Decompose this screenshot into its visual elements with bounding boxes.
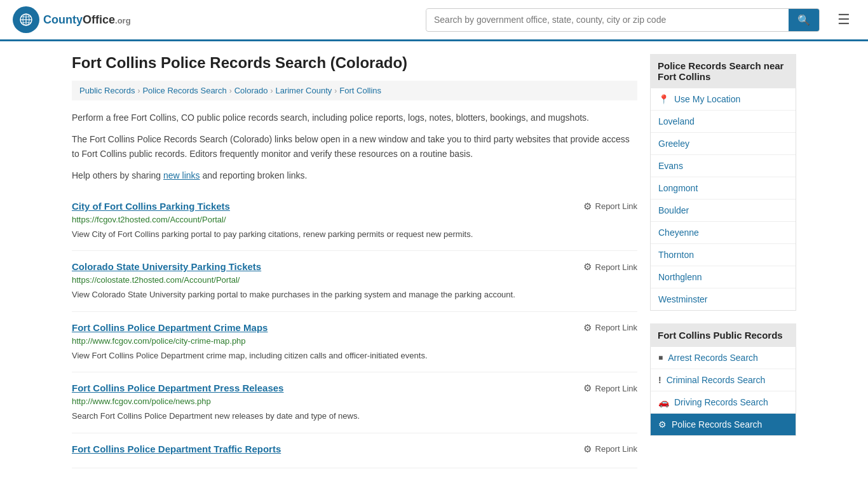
use-my-location-link[interactable]: 📍 Use My Location bbox=[651, 88, 796, 110]
nearby-section: Police Records Search near Fort Collins … bbox=[650, 54, 796, 311]
report-label: Report Link bbox=[595, 323, 637, 332]
driving-label: Driving Records Search bbox=[674, 397, 768, 407]
records-section: Fort Collins Public Records ■ Arrest Rec… bbox=[650, 323, 796, 436]
result-desc: View Colorado State University parking p… bbox=[72, 288, 637, 301]
breadcrumb-police-records[interactable]: Police Records Search bbox=[142, 86, 226, 95]
report-link[interactable]: ⚙ Report Link bbox=[583, 444, 637, 455]
result-title[interactable]: Fort Collins Police Department Traffic R… bbox=[72, 444, 281, 454]
result-header: Fort Collins Police Department Press Rel… bbox=[72, 383, 637, 394]
list-item: 🚗 Driving Records Search bbox=[651, 391, 796, 414]
list-item: Boulder bbox=[651, 200, 796, 222]
result-url[interactable]: https://colostate.t2hosted.com/Account/P… bbox=[72, 275, 637, 285]
help-text-pre: Help others by sharing bbox=[72, 170, 163, 180]
use-my-location-label: Use My Location bbox=[674, 94, 740, 104]
criminal-records-link[interactable]: ! Criminal Records Search bbox=[651, 369, 796, 391]
result-item: Fort Collins Police Department Traffic R… bbox=[72, 433, 637, 468]
arrest-label: Arrest Records Search bbox=[668, 353, 758, 363]
result-item: Fort Collins Police Department Crime Map… bbox=[72, 312, 637, 373]
result-title[interactable]: City of Fort Collins Parking Tickets bbox=[72, 201, 230, 212]
search-button[interactable]: 🔍 bbox=[789, 9, 819, 31]
report-label: Report Link bbox=[595, 201, 637, 211]
list-item: ! Criminal Records Search bbox=[651, 369, 796, 391]
result-header: Colorado State University Parking Ticket… bbox=[72, 261, 637, 273]
breadcrumb-sep-1: › bbox=[137, 86, 140, 95]
breadcrumb-larimer[interactable]: Larimer County bbox=[275, 86, 332, 95]
result-header: Fort Collins Police Department Crime Map… bbox=[72, 322, 637, 334]
city-link-loveland[interactable]: Loveland bbox=[651, 111, 796, 132]
logo[interactable]: CountyOffice.org bbox=[13, 6, 131, 33]
location-icon: 📍 bbox=[658, 94, 669, 104]
result-header: Fort Collins Police Department Traffic R… bbox=[72, 444, 637, 455]
police-label: Police Records Search bbox=[672, 419, 762, 430]
result-header: City of Fort Collins Parking Tickets ⚙ R… bbox=[72, 201, 637, 212]
list-item: Greeley bbox=[651, 133, 796, 155]
city-link-greeley[interactable]: Greeley bbox=[651, 133, 796, 154]
logo-text: CountyOffice.org bbox=[43, 13, 131, 27]
report-icon: ⚙ bbox=[583, 201, 592, 212]
police-icon: ⚙ bbox=[658, 419, 667, 430]
header: CountyOffice.org 🔍 ☰ bbox=[0, 0, 868, 41]
result-desc: Search Fort Collins Police Department ne… bbox=[72, 410, 637, 423]
list-item: Thornton bbox=[651, 244, 796, 266]
city-link-boulder[interactable]: Boulder bbox=[651, 200, 796, 221]
report-link[interactable]: ⚙ Report Link bbox=[583, 322, 637, 334]
list-item: Evans bbox=[651, 155, 796, 177]
breadcrumb-sep-2: › bbox=[229, 86, 232, 95]
report-link[interactable]: ⚙ Report Link bbox=[583, 383, 637, 394]
city-link-evans[interactable]: Evans bbox=[651, 155, 796, 177]
breadcrumb-sep-4: › bbox=[334, 86, 337, 95]
breadcrumb-colorado[interactable]: Colorado bbox=[234, 86, 268, 95]
result-item: City of Fort Collins Parking Tickets ⚙ R… bbox=[72, 191, 637, 252]
city-link-westminster[interactable]: Westminster bbox=[651, 288, 796, 310]
criminal-label: Criminal Records Search bbox=[667, 375, 766, 385]
main-content: Fort Collins Police Records Search (Colo… bbox=[72, 54, 637, 468]
result-url[interactable]: http://www.fcgov.com/police/news.php bbox=[72, 396, 637, 406]
result-title[interactable]: Fort Collins Police Department Press Rel… bbox=[72, 383, 283, 393]
results-list: City of Fort Collins Parking Tickets ⚙ R… bbox=[72, 191, 637, 468]
report-label: Report Link bbox=[595, 384, 637, 393]
driving-records-link[interactable]: 🚗 Driving Records Search bbox=[651, 391, 796, 413]
report-link[interactable]: ⚙ Report Link bbox=[583, 201, 637, 212]
result-item: Colorado State University Parking Ticket… bbox=[72, 251, 637, 312]
use-my-location-item: 📍 Use My Location bbox=[651, 88, 796, 111]
arrest-records-link[interactable]: ■ Arrest Records Search bbox=[651, 347, 796, 369]
records-header: Fort Collins Public Records bbox=[650, 323, 796, 347]
content-wrapper: Fort Collins Police Records Search (Colo… bbox=[59, 41, 809, 481]
search-bar: 🔍 bbox=[426, 8, 820, 32]
description-1: Perform a free Fort Collins, CO public p… bbox=[72, 111, 637, 125]
result-url[interactable]: http://www.fcgov.com/police/city-crime-m… bbox=[72, 336, 637, 346]
list-item: Loveland bbox=[651, 111, 796, 133]
nearby-list: 📍 Use My Location Loveland Greeley Evans… bbox=[650, 88, 796, 311]
search-input[interactable] bbox=[426, 10, 789, 30]
city-link-northglenn[interactable]: Northglenn bbox=[651, 266, 796, 288]
result-desc: View Fort Collins Police Department crim… bbox=[72, 349, 637, 362]
list-item: Westminster bbox=[651, 288, 796, 310]
result-url[interactable]: https://fcgov.t2hosted.com/Account/Porta… bbox=[72, 215, 637, 224]
list-item: ⚙ Police Records Search bbox=[651, 414, 796, 435]
breadcrumb: Public Records › Police Records Search ›… bbox=[72, 81, 637, 100]
city-link-cheyenne[interactable]: Cheyenne bbox=[651, 222, 796, 243]
report-label: Report Link bbox=[595, 262, 637, 272]
breadcrumb-sep-3: › bbox=[270, 86, 273, 95]
police-records-link[interactable]: ⚙ Police Records Search bbox=[651, 414, 796, 435]
report-icon: ⚙ bbox=[583, 383, 592, 394]
result-item: Fort Collins Police Department Press Rel… bbox=[72, 372, 637, 433]
city-link-thornton[interactable]: Thornton bbox=[651, 244, 796, 266]
report-link[interactable]: ⚙ Report Link bbox=[583, 261, 637, 273]
report-label: Report Link bbox=[595, 444, 637, 454]
hamburger-icon: ☰ bbox=[837, 11, 850, 27]
city-link-longmont[interactable]: Longmont bbox=[651, 177, 796, 199]
list-item: Longmont bbox=[651, 177, 796, 200]
list-item: ■ Arrest Records Search bbox=[651, 347, 796, 369]
result-title[interactable]: Fort Collins Police Department Crime Map… bbox=[72, 322, 268, 333]
menu-button[interactable]: ☰ bbox=[832, 9, 855, 30]
records-list: ■ Arrest Records Search ! Criminal Recor… bbox=[650, 347, 796, 436]
new-links[interactable]: new links bbox=[163, 170, 200, 180]
result-title[interactable]: Colorado State University Parking Ticket… bbox=[72, 261, 261, 272]
breadcrumb-public-records[interactable]: Public Records bbox=[79, 86, 135, 95]
driving-icon: 🚗 bbox=[658, 397, 669, 407]
report-icon: ⚙ bbox=[583, 261, 592, 273]
breadcrumb-fort-collins[interactable]: Fort Collins bbox=[339, 86, 381, 95]
nearby-header: Police Records Search near Fort Collins bbox=[650, 54, 796, 88]
result-desc: View City of Fort Collins parking portal… bbox=[72, 228, 637, 241]
